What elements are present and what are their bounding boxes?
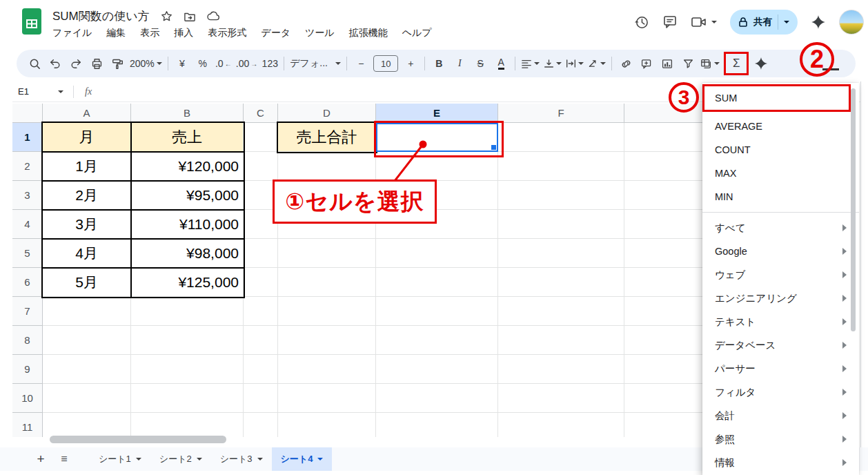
meet-video-button[interactable] bbox=[691, 15, 717, 29]
cell-A10[interactable] bbox=[43, 384, 131, 413]
zoom-select[interactable]: 200% bbox=[130, 54, 162, 73]
column-header-A[interactable]: A bbox=[43, 104, 131, 123]
more-formats-button[interactable]: 123 bbox=[262, 54, 278, 73]
toolbar-spark-icon[interactable] bbox=[753, 54, 769, 73]
cell-B3[interactable]: ¥95,000 bbox=[131, 181, 244, 210]
function-category-10[interactable]: 参照 bbox=[702, 427, 859, 451]
cell-B10[interactable] bbox=[131, 384, 244, 413]
cell-F3[interactable] bbox=[498, 181, 624, 210]
name-box-caret[interactable] bbox=[58, 90, 63, 93]
cell-E8[interactable] bbox=[376, 326, 498, 355]
cell-A6[interactable]: 5月 bbox=[43, 268, 131, 297]
cell-A8[interactable] bbox=[43, 326, 131, 355]
cell-D10[interactable] bbox=[278, 384, 376, 413]
cell-D7[interactable] bbox=[278, 297, 376, 326]
cell-A5[interactable]: 4月 bbox=[43, 239, 131, 268]
text-color-button[interactable]: A bbox=[493, 54, 509, 73]
cell-C1[interactable] bbox=[244, 123, 278, 152]
sheet-tab-3[interactable]: シート3 bbox=[211, 447, 272, 471]
cell-D11[interactable] bbox=[278, 413, 376, 437]
sheet-tab-caret[interactable] bbox=[317, 458, 323, 461]
column-header-E[interactable]: E bbox=[376, 104, 498, 123]
cell-D1[interactable]: 売上合計 bbox=[278, 123, 376, 152]
format-currency-button[interactable]: ¥ bbox=[174, 54, 190, 73]
row-header-5[interactable]: 5 bbox=[12, 239, 43, 268]
function-category-1[interactable]: すべて bbox=[702, 216, 859, 240]
cell-F10[interactable] bbox=[498, 384, 624, 413]
cell-D5[interactable] bbox=[278, 239, 376, 268]
increase-decimal-button[interactable]: .00→ bbox=[236, 54, 257, 73]
cell-C5[interactable] bbox=[244, 239, 278, 268]
cell-C10[interactable] bbox=[244, 384, 278, 413]
text-rotation-button[interactable] bbox=[588, 54, 606, 73]
function-category-7[interactable]: パーサー bbox=[702, 357, 859, 380]
text-wrap-button[interactable] bbox=[566, 54, 584, 73]
cell-C9[interactable] bbox=[244, 355, 278, 384]
cell-E5[interactable] bbox=[376, 239, 498, 268]
cell-F1[interactable] bbox=[498, 123, 624, 152]
insert-link-icon[interactable] bbox=[618, 54, 634, 73]
cell-C7[interactable] bbox=[244, 297, 278, 326]
version-history-icon[interactable] bbox=[633, 14, 649, 30]
cell-A2[interactable]: 1月 bbox=[43, 152, 131, 181]
sheet-tab-caret[interactable] bbox=[136, 458, 141, 461]
cell-D2[interactable] bbox=[278, 152, 376, 181]
name-box[interactable]: E1 bbox=[12, 86, 58, 97]
function-item-max[interactable]: MAX bbox=[702, 162, 859, 185]
function-item-sum[interactable]: SUM bbox=[702, 84, 851, 112]
sheet-tab-caret[interactable] bbox=[257, 458, 263, 461]
function-category-9[interactable]: 会計 bbox=[702, 404, 859, 427]
menu-9[interactable]: ヘルプ bbox=[402, 27, 432, 39]
cell-B6[interactable]: ¥125,000 bbox=[131, 268, 244, 297]
row-header-4[interactable]: 4 bbox=[12, 210, 43, 239]
cell-D9[interactable] bbox=[278, 355, 376, 384]
cell-E6[interactable] bbox=[376, 268, 498, 297]
cell-C2[interactable] bbox=[244, 152, 278, 181]
cell-C11[interactable] bbox=[244, 413, 278, 437]
column-header-B[interactable]: B bbox=[131, 104, 244, 123]
menu-7[interactable]: ツール bbox=[305, 27, 335, 39]
cell-D8[interactable] bbox=[278, 326, 376, 355]
decrease-decimal-button[interactable]: .0← bbox=[215, 54, 232, 73]
row-header-11[interactable]: 11 bbox=[12, 413, 43, 437]
cell-E9[interactable] bbox=[376, 355, 498, 384]
row-header-9[interactable]: 9 bbox=[12, 355, 43, 384]
column-header-C[interactable]: C bbox=[244, 104, 278, 123]
cell-D6[interactable] bbox=[278, 268, 376, 297]
cell-E11[interactable] bbox=[376, 413, 498, 437]
cell-F6[interactable] bbox=[498, 268, 624, 297]
function-category-11[interactable]: 情報 bbox=[702, 451, 859, 474]
row-header-6[interactable]: 6 bbox=[12, 268, 43, 297]
comments-icon[interactable] bbox=[662, 14, 678, 30]
cell-A9[interactable] bbox=[43, 355, 131, 384]
sheet-tab-1[interactable]: シート1 bbox=[90, 447, 150, 471]
menu-8[interactable]: 拡張機能 bbox=[349, 27, 388, 39]
functions-sigma-button[interactable]: Σ bbox=[724, 52, 749, 75]
cell-B4[interactable]: ¥110,000 bbox=[131, 210, 244, 239]
font-size-input[interactable]: 10 bbox=[373, 55, 398, 72]
increase-font-size-button[interactable]: + bbox=[402, 54, 419, 73]
cell-C8[interactable] bbox=[244, 326, 278, 355]
cell-B2[interactable]: ¥120,000 bbox=[131, 152, 244, 181]
add-sheet-button[interactable]: + bbox=[30, 447, 51, 471]
cell-B5[interactable]: ¥98,000 bbox=[131, 239, 244, 268]
row-header-3[interactable]: 3 bbox=[12, 181, 43, 210]
row-header-2[interactable]: 2 bbox=[12, 152, 43, 181]
cell-E10[interactable] bbox=[376, 384, 498, 413]
cell-B1[interactable]: 売上 bbox=[131, 123, 244, 152]
cloud-status-icon[interactable] bbox=[207, 11, 220, 21]
menu-1[interactable]: ファイル bbox=[52, 27, 92, 39]
filter-icon[interactable] bbox=[680, 54, 696, 73]
cell-B7[interactable] bbox=[131, 297, 244, 326]
function-category-3[interactable]: ウェブ bbox=[702, 263, 859, 287]
undo-icon[interactable] bbox=[47, 54, 63, 73]
decrease-font-size-button[interactable]: − bbox=[353, 54, 369, 73]
sheets-logo-icon[interactable] bbox=[22, 8, 42, 36]
insert-chart-icon[interactable] bbox=[659, 54, 675, 73]
sheet-tab-2[interactable]: シート2 bbox=[150, 447, 211, 471]
function-item-count[interactable]: COUNT bbox=[702, 138, 859, 162]
menu-2[interactable]: 編集 bbox=[106, 27, 126, 39]
function-category-2[interactable]: Google bbox=[702, 240, 859, 263]
share-dropdown-caret[interactable] bbox=[784, 21, 789, 23]
insert-comment-icon[interactable] bbox=[638, 54, 655, 73]
